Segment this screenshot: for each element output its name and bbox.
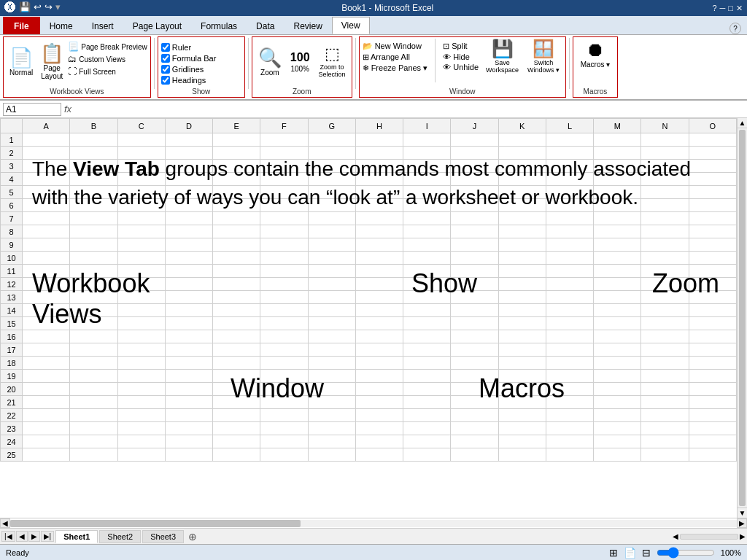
- grid-cell[interactable]: [689, 422, 736, 435]
- grid-cell[interactable]: [451, 291, 498, 304]
- grid-cell[interactable]: [70, 383, 117, 396]
- grid-cell[interactable]: [355, 252, 403, 265]
- grid-cell[interactable]: [546, 357, 593, 370]
- grid-cell[interactable]: [451, 212, 498, 225]
- grid-cell[interactable]: [546, 304, 593, 317]
- grid-cell[interactable]: [213, 343, 260, 357]
- grid-cell[interactable]: [546, 383, 593, 396]
- grid-cell[interactable]: [260, 422, 308, 435]
- tab-view[interactable]: View: [332, 17, 370, 34]
- grid-cell[interactable]: [498, 304, 546, 317]
- scroll-up-button[interactable]: ▲: [738, 118, 747, 128]
- grid-cell[interactable]: [641, 435, 689, 448]
- sheet-nav-last[interactable]: ▶|: [41, 531, 55, 542]
- grid-cell[interactable]: [546, 238, 593, 252]
- grid-cell[interactable]: [641, 357, 689, 370]
- grid-cell[interactable]: [641, 422, 689, 435]
- zoom-slider[interactable]: [657, 547, 715, 559]
- grid-cell[interactable]: [498, 383, 546, 396]
- grid-cell[interactable]: [546, 396, 593, 409]
- grid-cell[interactable]: [451, 199, 498, 212]
- grid-cell[interactable]: [451, 396, 498, 409]
- sheet-tab-3[interactable]: Sheet3: [142, 530, 184, 543]
- grid-cell[interactable]: [594, 133, 641, 147]
- grid-cell[interactable]: [498, 133, 546, 147]
- grid-cell[interactable]: [403, 199, 451, 212]
- grid-cell[interactable]: [117, 133, 165, 147]
- switch-windows-button[interactable]: 🪟 SwitchWindows ▾: [525, 39, 562, 75]
- page-layout-button[interactable]: 📋 PageLayout: [37, 39, 66, 85]
- grid-cell[interactable]: [117, 422, 165, 435]
- grid-cell[interactable]: [403, 147, 451, 160]
- grid-cell[interactable]: [689, 330, 736, 343]
- help-question-icon[interactable]: ?: [729, 23, 741, 34]
- grid-cell[interactable]: [165, 409, 212, 422]
- grid-cell[interactable]: [165, 278, 212, 291]
- grid-cell[interactable]: [403, 133, 451, 147]
- grid-cell[interactable]: [641, 133, 689, 147]
- grid-cell[interactable]: [117, 409, 165, 422]
- grid-cell[interactable]: [213, 370, 260, 383]
- grid-cell[interactable]: [23, 225, 70, 238]
- grid-cell[interactable]: [308, 409, 355, 422]
- grid-cell[interactable]: [594, 225, 641, 238]
- grid-cell[interactable]: [546, 435, 593, 448]
- grid-cell[interactable]: [498, 186, 546, 199]
- grid-cell[interactable]: [308, 317, 355, 330]
- grid-cell[interactable]: [546, 343, 593, 357]
- grid-cell[interactable]: [70, 448, 117, 462]
- grid-cell[interactable]: [641, 160, 689, 173]
- grid-cell[interactable]: [308, 291, 355, 304]
- grid-cell[interactable]: [689, 225, 736, 238]
- grid-cell[interactable]: [498, 173, 546, 186]
- grid-cell[interactable]: [641, 448, 689, 462]
- grid-cell[interactable]: [594, 435, 641, 448]
- grid-cell[interactable]: [213, 186, 260, 199]
- grid-cell[interactable]: [308, 238, 355, 252]
- grid-cell[interactable]: [23, 317, 70, 330]
- grid-cell[interactable]: [70, 435, 117, 448]
- grid-cell[interactable]: [689, 383, 736, 396]
- grid-cell[interactable]: [641, 186, 689, 199]
- grid-cell[interactable]: [403, 238, 451, 252]
- grid-cell[interactable]: [355, 435, 403, 448]
- grid-cell[interactable]: [641, 265, 689, 278]
- grid-cell[interactable]: [689, 160, 736, 173]
- grid-cell[interactable]: [546, 160, 593, 173]
- grid-cell[interactable]: [498, 278, 546, 291]
- grid-cell[interactable]: [213, 212, 260, 225]
- grid-cell[interactable]: [498, 252, 546, 265]
- grid-cell[interactable]: [451, 225, 498, 238]
- grid-cell[interactable]: [403, 304, 451, 317]
- grid-scroll[interactable]: A B C D E F G H I J K L M N O: [0, 118, 737, 518]
- grid-cell[interactable]: [689, 435, 736, 448]
- grid-cell[interactable]: [355, 422, 403, 435]
- grid-cell[interactable]: [451, 409, 498, 422]
- grid-cell[interactable]: [498, 357, 546, 370]
- grid-cell[interactable]: [594, 422, 641, 435]
- grid-cell[interactable]: [70, 212, 117, 225]
- grid-cell[interactable]: [70, 199, 117, 212]
- grid-cell[interactable]: [546, 212, 593, 225]
- grid-cell[interactable]: [308, 304, 355, 317]
- minimize-button[interactable]: ─: [720, 4, 726, 13]
- grid-cell[interactable]: [213, 317, 260, 330]
- grid-cell[interactable]: [594, 396, 641, 409]
- grid-cell[interactable]: [260, 357, 308, 370]
- grid-cell[interactable]: [355, 343, 403, 357]
- grid-cell[interactable]: [23, 278, 70, 291]
- grid-cell[interactable]: [260, 330, 308, 343]
- grid-cell[interactable]: [165, 133, 212, 147]
- grid-cell[interactable]: [403, 160, 451, 173]
- grid-cell[interactable]: [260, 212, 308, 225]
- scroll-down-button[interactable]: ▼: [738, 508, 747, 518]
- grid-cell[interactable]: [165, 448, 212, 462]
- grid-cell[interactable]: [213, 160, 260, 173]
- grid-cell[interactable]: [308, 422, 355, 435]
- grid-cell[interactable]: [308, 370, 355, 383]
- grid-cell[interactable]: [117, 343, 165, 357]
- grid-cell[interactable]: [70, 225, 117, 238]
- grid-cell[interactable]: [594, 186, 641, 199]
- grid-cell[interactable]: [403, 448, 451, 462]
- grid-cell[interactable]: [165, 383, 212, 396]
